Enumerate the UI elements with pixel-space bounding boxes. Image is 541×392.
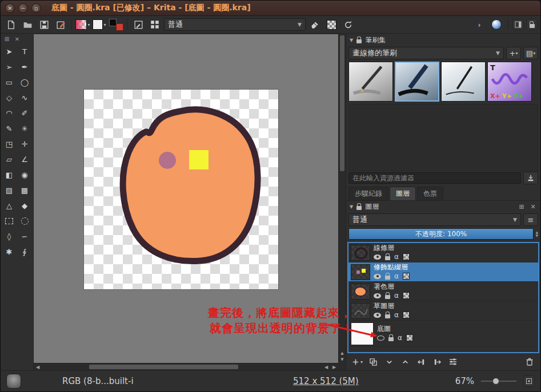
save-as-button[interactable] [53, 18, 68, 31]
tool-gradient[interactable]: ▨ [2, 183, 17, 197]
tool-move[interactable]: ✛ [17, 136, 32, 151]
move-layer-left-button[interactable] [415, 355, 427, 368]
new-document-button[interactable] [3, 18, 18, 31]
visibility-eye-icon-hidden[interactable] [377, 336, 384, 341]
lock-dockers-button[interactable] [526, 19, 538, 30]
preserve-alpha-button[interactable] [324, 18, 339, 31]
add-tag-button[interactable]: + ▾ [506, 47, 521, 59]
tool-elliptical-selection[interactable] [17, 213, 32, 228]
tool-measure[interactable]: ∠ [17, 152, 32, 167]
tool-crop[interactable]: ◳ [2, 136, 17, 151]
brush-preset-fine-liner[interactable] [441, 62, 486, 102]
layer-row-base-layer[interactable]: 底圖 α [348, 321, 538, 347]
move-layer-down-button[interactable] [383, 355, 395, 368]
vertical-scroll-arrows[interactable]: ▲▼ [339, 350, 346, 363]
resource-import-button[interactable] [523, 172, 538, 184]
tool-ellipse[interactable]: ◯ [17, 75, 32, 90]
brush-tag-combo[interactable]: 畫線條的筆刷 ▼ [348, 47, 504, 59]
alpha-lock-icon[interactable]: α [394, 273, 399, 280]
pattern-chooser-button[interactable]: ▾ [92, 18, 107, 31]
tool-smart-patch[interactable]: ◆ [17, 198, 32, 213]
open-document-button[interactable] [20, 18, 35, 31]
collapse-caret-icon[interactable]: ▼ [350, 38, 353, 43]
canvas[interactable] [84, 90, 278, 289]
layer-properties-button[interactable] [447, 355, 459, 368]
close-docker-icon[interactable]: ✕ [529, 203, 537, 211]
reload-preset-button[interactable] [340, 18, 355, 31]
visibility-eye-icon[interactable] [374, 313, 381, 318]
zoom-slider-knob[interactable] [492, 378, 499, 385]
inherit-alpha-icon[interactable] [403, 312, 410, 318]
close-window-button[interactable]: ✕ [5, 3, 15, 13]
tool-freehand-selection[interactable]: ∽ [17, 229, 32, 244]
layer-row-decoration-layer[interactable]: 修飾點綴層 α [348, 262, 538, 282]
tool-color-sampler[interactable]: ◉ [17, 167, 32, 182]
layer-row-line-layer[interactable]: 線條層 α [348, 243, 538, 262]
opacity-stepper[interactable]: ▲▼ [535, 231, 538, 237]
layer-row-sketch-layer[interactable]: 草圖層 α [348, 301, 538, 321]
vertical-scroll-thumb[interactable] [340, 35, 344, 171]
visibility-eye-icon[interactable] [374, 274, 381, 279]
foreground-background-colors[interactable] [109, 18, 123, 31]
alpha-lock-icon[interactable]: α [394, 292, 399, 299]
tool-multibrush[interactable]: ✳ [17, 121, 32, 136]
layer-lock-icon[interactable] [385, 295, 390, 299]
delete-layer-button[interactable] [523, 355, 536, 368]
tool-calligraphy[interactable]: ✒ [17, 59, 32, 74]
alpha-lock-icon[interactable]: α [394, 312, 399, 318]
layer-lock-icon[interactable] [388, 337, 394, 341]
resource-filter-input[interactable] [348, 172, 521, 184]
inherit-alpha-icon[interactable] [403, 273, 410, 280]
maximize-window-button[interactable]: ▫ [31, 3, 41, 13]
save-button[interactable] [37, 18, 51, 31]
float-docker-icon[interactable]: ⊞ [518, 203, 526, 211]
tab-layers[interactable]: 圖層 [390, 187, 416, 200]
layer-lock-icon[interactable] [385, 256, 390, 260]
brush-preset-pencil[interactable] [348, 62, 393, 102]
tool-polyline[interactable]: ∿ [17, 90, 32, 105]
toolbar-overflow-button[interactable]: › [472, 18, 487, 31]
layer-blending-mode-combo[interactable]: 普通 ▼ [348, 213, 521, 226]
inherit-alpha-icon[interactable] [403, 292, 410, 299]
visibility-eye-icon[interactable] [374, 254, 381, 260]
layer-row-color-layer[interactable]: 著色層 α [348, 282, 538, 301]
brush-presets-popup-button[interactable] [147, 18, 162, 31]
scroll-left-icon[interactable]: ◀ [34, 365, 42, 370]
layer-lock-icon[interactable] [385, 276, 390, 280]
visibility-eye-icon[interactable] [374, 293, 381, 298]
tool-pattern-edit[interactable]: ▩ [17, 183, 32, 197]
inherit-alpha-icon[interactable] [406, 334, 413, 341]
layer-lock-icon[interactable] [385, 314, 390, 318]
tool-freehand-brush[interactable]: ✎ [2, 121, 17, 136]
horizontal-scrollbar[interactable]: ◀ ◀ ▶ [34, 363, 338, 370]
duplicate-layer-button[interactable] [367, 355, 379, 368]
brush-preset-ink-pen[interactable] [395, 62, 439, 102]
tool-freehand-path[interactable]: ✐ [17, 106, 32, 120]
tool-rectangle[interactable]: ▭ [2, 75, 17, 90]
tool-bezier-curve[interactable]: ◠ [2, 106, 17, 120]
canvas-region[interactable]: ▲▼ ◀ ◀ ▶ [34, 34, 346, 370]
move-layer-up-button[interactable] [399, 355, 411, 368]
workspace-chooser-button[interactable] [489, 18, 504, 31]
docker-lock-icon[interactable] [356, 39, 362, 43]
tool-fill[interactable]: ◧ [2, 167, 17, 182]
horizontal-scroll-track[interactable] [42, 363, 322, 370]
brush-preview-icon[interactable] [6, 374, 21, 389]
gradient-chooser-button[interactable]: ▾ [75, 18, 90, 31]
alpha-lock-icon[interactable]: α [394, 253, 399, 260]
tool-rectangular-selection[interactable] [2, 213, 17, 228]
tool-select-shapes[interactable]: ➤ [2, 44, 17, 59]
tool-text[interactable]: T [17, 44, 32, 59]
tool-polygonal-selection[interactable]: ◊ [2, 229, 17, 244]
layer-filter-button[interactable]: ≡ [523, 213, 538, 226]
tool-assistants[interactable]: △ [2, 198, 17, 213]
brush-editor-button[interactable] [131, 18, 146, 31]
collapse-caret-icon[interactable]: ▼ [350, 204, 353, 209]
tool-similar-color-selection[interactable]: ✱ [2, 244, 17, 259]
tool-magnetic-selection[interactable]: ∮ [17, 244, 32, 259]
move-layer-right-button[interactable] [431, 355, 443, 368]
inherit-alpha-icon[interactable] [403, 253, 410, 260]
vertical-scrollbar[interactable]: ▲▼ [338, 34, 346, 363]
background-color-swatch[interactable] [116, 23, 123, 31]
scroll-left-icon[interactable]: ◀ [322, 365, 330, 370]
